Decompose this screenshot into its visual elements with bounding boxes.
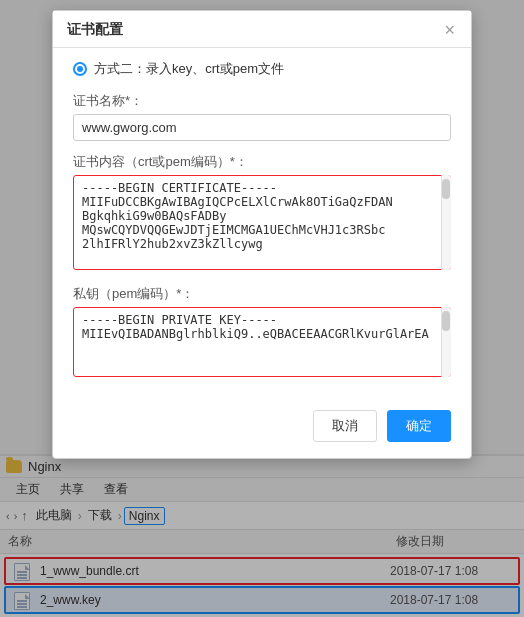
dialog-title: 证书配置 <box>67 21 123 39</box>
key-textarea[interactable] <box>73 307 451 377</box>
option2-label: 方式二：录入key、crt或pem文件 <box>94 60 284 78</box>
key-scrollbar-thumb <box>442 311 450 331</box>
cert-config-dialog: 证书配置 × 方式二：录入key、crt或pem文件 证书名称*： 证书内容（c… <box>52 10 472 459</box>
cert-scrollbar[interactable] <box>441 175 451 270</box>
cancel-button[interactable]: 取消 <box>313 410 377 442</box>
option2-radio[interactable] <box>73 62 87 76</box>
dialog-titlebar: 证书配置 × <box>53 11 471 48</box>
key-scrollbar[interactable] <box>441 307 451 377</box>
dialog-body: 方式二：录入key、crt或pem文件 证书名称*： 证书内容（crt或pem编… <box>53 48 471 394</box>
close-button[interactable]: × <box>442 21 457 39</box>
cert-content-textarea[interactable] <box>73 175 451 270</box>
cert-scrollbar-thumb <box>442 179 450 199</box>
confirm-button[interactable]: 确定 <box>387 410 451 442</box>
option2-row[interactable]: 方式二：录入key、crt或pem文件 <box>73 60 451 78</box>
key-label: 私钥（pem编码）*： <box>73 285 451 303</box>
cert-name-label: 证书名称*： <box>73 92 451 110</box>
cert-content-label: 证书内容（crt或pem编码）*： <box>73 153 451 171</box>
cert-content-wrap <box>73 175 451 273</box>
key-wrap <box>73 307 451 394</box>
cert-name-input[interactable] <box>73 114 451 141</box>
dialog-footer: 取消 确定 <box>53 406 471 442</box>
